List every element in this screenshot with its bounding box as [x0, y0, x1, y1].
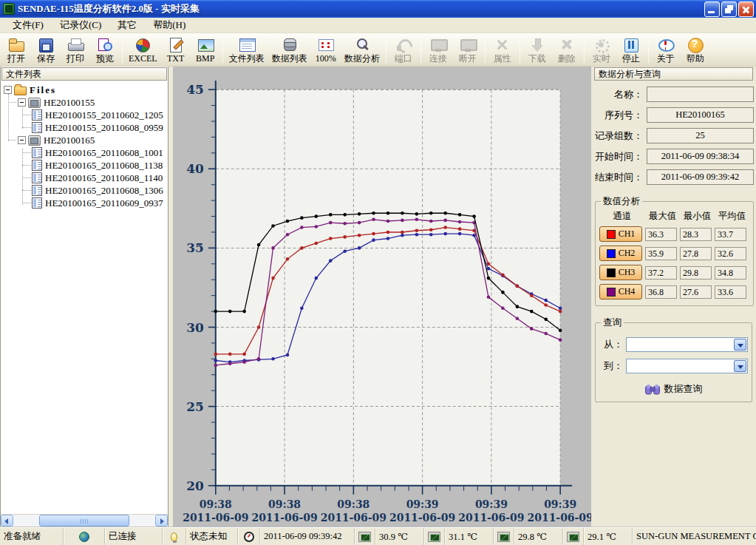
- toolbar-button-label: 保存: [37, 53, 55, 64]
- toolbar-button[interactable]: 保存: [31, 34, 61, 65]
- tree-item[interactable]: HE20100165_20110608_1306: [1, 184, 168, 197]
- query-group: 查询 从： 到：: [595, 316, 752, 402]
- minimize-button[interactable]: [704, 1, 720, 17]
- record-icon: [32, 147, 42, 158]
- stats-group: 数值分析 通道最大值最小值平均值 CH136.328.333.7CH235.92…: [595, 195, 754, 306]
- tree-expander-icon[interactable]: [18, 136, 26, 144]
- toolbar-button[interactable]: 数据分析: [341, 34, 384, 65]
- toolbar-button[interactable]: 关于: [651, 34, 681, 65]
- menu-bar: 文件(F)记录仪(C)其它帮助(H): [0, 18, 756, 33]
- scrollbar-thumb[interactable]: [39, 515, 130, 527]
- info-field-value[interactable]: 2011-06-09 09:39:42: [647, 169, 754, 185]
- info-field-value[interactable]: HE20100165: [647, 107, 754, 123]
- toolbar-button[interactable]: 100%: [311, 34, 341, 65]
- tree-item[interactable]: Files: [1, 84, 168, 96]
- stats-row: CH136.328.333.7: [599, 226, 749, 242]
- status-cell: 状态未知: [186, 528, 238, 545]
- avg-value: 33.6: [715, 285, 746, 299]
- toolbar-divider: [520, 36, 520, 63]
- tree-item[interactable]: HE20100165_20110608_1140: [1, 172, 168, 184]
- channel-color-swatch: [607, 249, 616, 258]
- toolbar-button: 属性: [488, 34, 517, 65]
- info-field-label: 开始时间：: [593, 150, 647, 163]
- device-icon: [28, 98, 41, 108]
- svg-text:09:39: 09:39: [475, 498, 508, 510]
- channel-button[interactable]: CH2: [599, 246, 642, 261]
- info-field-value[interactable]: 2011-06-09 09:38:34: [647, 149, 754, 164]
- toolbar-button-label: 帮助: [687, 53, 704, 64]
- stats-row: CH436.827.633.6: [599, 284, 749, 299]
- toolbar-button[interactable]: 帮助: [681, 34, 710, 65]
- tree-guide: [22, 149, 23, 205]
- scroll-left-arrow[interactable]: [1, 515, 13, 527]
- toolbar-button-label: 数据分析: [344, 53, 380, 64]
- channel-button[interactable]: CH4: [599, 284, 642, 299]
- channel-button[interactable]: CH1: [599, 226, 642, 242]
- tree-item[interactable]: HE20100165_20110608_1138: [1, 159, 168, 172]
- close-button[interactable]: [738, 1, 754, 17]
- stats-column-header: 最大值: [645, 210, 680, 223]
- info-field-value[interactable]: 25: [647, 128, 754, 143]
- chevron-down-icon[interactable]: [734, 339, 746, 351]
- toolbar-button[interactable]: TXT: [161, 34, 191, 65]
- to-dropdown[interactable]: [626, 359, 748, 373]
- from-dropdown[interactable]: [626, 337, 748, 352]
- toolbar-button[interactable]: BMP: [191, 34, 220, 65]
- info-field-row: 名称：: [593, 87, 754, 102]
- stop-icon: [622, 36, 641, 53]
- bmp-icon: [196, 36, 215, 53]
- status-text: 29.8 ℃: [518, 531, 547, 543]
- toolbar-button-label: 连接: [429, 53, 447, 64]
- data-query-button[interactable]: 数据查询: [599, 382, 748, 396]
- status-cell: 2011-06-09 09:39:42: [260, 528, 355, 545]
- toolbar-button[interactable]: 文件列表: [225, 34, 268, 65]
- tree-item[interactable]: HE20100155_20110602_1205: [1, 109, 168, 121]
- channel-color-swatch: [607, 230, 616, 239]
- toolbar-button[interactable]: 打印: [61, 34, 90, 65]
- avg-value: 33.7: [715, 228, 746, 241]
- title-bar: SENDAE-115温度分析软件2.0版 - 实时采集: [0, 0, 756, 18]
- analyze-icon: [353, 36, 372, 53]
- toolbar-button[interactable]: EXCEL: [125, 34, 161, 65]
- scrollbar-track[interactable]: [13, 515, 155, 527]
- horizontal-scrollbar[interactable]: [1, 514, 168, 527]
- tree-item[interactable]: HE20100155_20110608_0959: [1, 121, 168, 134]
- toolbar-button[interactable]: 预览: [90, 34, 120, 65]
- toolbar-button[interactable]: 数据列表: [268, 34, 311, 65]
- toolbar-button[interactable]: 打开: [1, 34, 31, 65]
- tree-expander-icon[interactable]: [18, 98, 26, 106]
- max-value: 35.9: [645, 247, 677, 260]
- tree-item-label: Files: [30, 84, 56, 96]
- tree-item[interactable]: HE20100155: [1, 96, 168, 109]
- info-field-value[interactable]: [647, 87, 754, 102]
- properties-icon: [493, 36, 512, 53]
- toolbar-divider: [584, 36, 585, 63]
- toolbar-button-label: 下载: [528, 53, 546, 64]
- tree-item[interactable]: HE20100165_20110609_0937: [1, 197, 168, 209]
- tree-guide: [22, 107, 23, 129]
- menu-item[interactable]: 记录仪(C): [52, 18, 109, 33]
- scroll-right-arrow[interactable]: [155, 515, 168, 527]
- toolbar-button[interactable]: 停止: [616, 34, 646, 65]
- disconnect-icon: [458, 36, 477, 53]
- stats-columns: 通道最大值最小值平均值: [599, 210, 749, 223]
- menu-item[interactable]: 其它: [109, 18, 145, 33]
- tree-item[interactable]: HE20100165: [1, 134, 168, 146]
- tree-item[interactable]: HE20100165_20110608_1001: [1, 146, 168, 159]
- connect-icon: [429, 36, 448, 53]
- info-field-label: 序列号：: [593, 109, 647, 122]
- tree-expander-icon[interactable]: [4, 86, 12, 94]
- record-icon: [32, 160, 42, 171]
- channel-button[interactable]: CH3: [599, 265, 642, 280]
- menu-item[interactable]: 帮助(H): [145, 18, 194, 33]
- stats-row: CH337.229.834.8: [599, 265, 749, 280]
- window-title: SENDAE-115温度分析软件2.0版 - 实时采集: [18, 2, 704, 16]
- toolbar-button-label: 关于: [657, 53, 675, 64]
- tree-connector: [22, 127, 31, 128]
- channel-label: CH4: [619, 286, 636, 297]
- menu-item[interactable]: 文件(F): [4, 18, 52, 33]
- chevron-down-icon[interactable]: [734, 360, 746, 372]
- restore-button[interactable]: [721, 1, 737, 17]
- status-cell: [64, 528, 105, 545]
- window-controls: [704, 1, 754, 17]
